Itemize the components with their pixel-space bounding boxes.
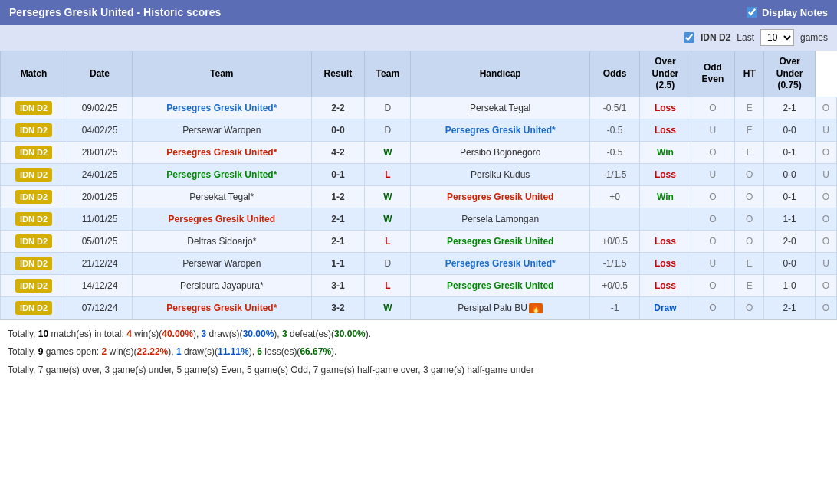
ou075-value: O xyxy=(822,147,829,158)
handicap-value: -0.5/1 xyxy=(603,103,627,113)
table-row: IDN D209/02/25Persegres Gresik United*2-… xyxy=(1,97,837,119)
league-badge: IDN D2 xyxy=(15,257,52,270)
cell-team2: Persegres Gresik United xyxy=(411,230,590,252)
team1-name: Persipura Jayapura* xyxy=(180,280,264,291)
cell-date: 20/01/25 xyxy=(67,185,133,208)
summary-section: Totally, 10 match(es) in total: 4 win(s)… xyxy=(0,319,837,387)
cell-result: 2-2 xyxy=(311,97,365,119)
col-team1: Team xyxy=(133,51,312,97)
odds-value: Loss xyxy=(655,258,676,269)
league-badge: IDN D2 xyxy=(15,301,52,315)
oe-value: E xyxy=(747,280,753,291)
cell-odds: Loss xyxy=(640,163,691,185)
cell-team1: Persegres Gresik United* xyxy=(133,97,312,119)
cell-ou075: O xyxy=(815,230,836,252)
outcome-badge: W xyxy=(383,147,392,158)
summary-open-losses: 6 xyxy=(257,346,262,357)
col-team2: Team xyxy=(365,51,411,97)
cell-match: IDN D2 xyxy=(1,208,67,230)
cell-oe: O xyxy=(735,296,764,319)
cell-oe: E xyxy=(735,97,764,119)
table-row: IDN D214/12/24Persipura Jayapura*3-1LPer… xyxy=(1,274,837,296)
handicap-value: -0.5 xyxy=(607,147,623,158)
cell-oe: O xyxy=(735,185,764,208)
cell-ou075: U xyxy=(815,163,836,185)
ou25-value: O xyxy=(709,147,716,158)
oe-value: E xyxy=(747,147,753,158)
oe-value: O xyxy=(746,303,753,313)
cell-outcome: D xyxy=(365,252,411,274)
cell-outcome: W xyxy=(365,296,411,319)
cell-result: 1-2 xyxy=(311,185,365,208)
ou25-value: U xyxy=(710,258,717,269)
cell-outcome: D xyxy=(365,119,411,141)
cell-ou25: O xyxy=(691,296,734,319)
cell-ou25: O xyxy=(691,141,734,163)
cell-handicap: -0.5/1 xyxy=(589,97,639,119)
league-label: IDN D2 xyxy=(701,32,730,43)
cell-ht: 2-1 xyxy=(764,296,816,319)
league-badge: IDN D2 xyxy=(15,101,52,115)
handicap-value: -1 xyxy=(611,303,619,313)
handicap-value: +0/0.5 xyxy=(602,280,628,291)
score: 2-1 xyxy=(331,236,344,247)
col-date: Date xyxy=(67,51,133,97)
cell-outcome: W xyxy=(365,141,411,163)
cell-result: 0-1 xyxy=(311,163,365,185)
cell-result: 0-0 xyxy=(311,119,365,141)
cell-ht: 0-0 xyxy=(764,163,816,185)
cell-ht: 0-0 xyxy=(764,252,816,274)
cell-date: 28/01/25 xyxy=(67,141,133,163)
outcome-badge: D xyxy=(385,125,392,136)
cell-oe: O xyxy=(735,163,764,185)
col-result: Result xyxy=(311,51,365,97)
ou25-value: O xyxy=(709,191,716,202)
cell-oe: E xyxy=(735,252,764,274)
cell-ht: 1-1 xyxy=(764,208,816,230)
odds-value: Draw xyxy=(654,303,676,313)
team1-name: Deltras Sidoarjo* xyxy=(187,236,256,247)
col-ou25: OverUnder(2.5) xyxy=(640,51,691,97)
oe-value: E xyxy=(747,103,753,113)
cell-handicap: +0/0.5 xyxy=(589,274,639,296)
league-badge: IDN D2 xyxy=(15,234,52,248)
ou25-value: U xyxy=(710,169,717,180)
ou25-value: O xyxy=(709,214,716,224)
handicap-value: -1/1.5 xyxy=(603,169,627,180)
team1-name: Persekat Tegal* xyxy=(189,191,254,202)
ou075-value: O xyxy=(822,280,829,291)
oe-value: O xyxy=(746,191,753,202)
oe-value: O xyxy=(746,214,753,224)
cell-ou25: U xyxy=(691,119,734,141)
cell-odds: Loss xyxy=(640,274,691,296)
team2-name: Persipal Palu BU xyxy=(458,303,527,313)
team2-name: Persegres Gresik United xyxy=(447,280,553,291)
league-badge: IDN D2 xyxy=(15,168,52,182)
cell-ou075: U xyxy=(815,252,836,274)
cell-ou075: O xyxy=(815,208,836,230)
outcome-badge: D xyxy=(385,103,392,113)
league-badge: IDN D2 xyxy=(15,123,52,137)
odds-value: Win xyxy=(657,191,674,202)
score: 3-2 xyxy=(331,303,344,313)
cell-odds: Draw xyxy=(640,296,691,319)
score: 1-1 xyxy=(331,258,344,269)
team2-name: Persibo Bojonegoro xyxy=(460,147,540,158)
display-notes-checkbox[interactable] xyxy=(747,7,757,18)
cell-team2: Persipal Palu BU🔥 xyxy=(411,296,590,319)
last-count-select[interactable]: 5 10 15 20 All xyxy=(760,29,794,46)
cell-team1: Persegres Gresik United* xyxy=(133,141,312,163)
team1-name: Persegres Gresik United xyxy=(169,214,275,224)
handicap-value: +0/0.5 xyxy=(602,236,628,247)
ou075-value: O xyxy=(822,103,829,113)
col-handicap: Handicap xyxy=(411,51,590,97)
team2-name: Persegres Gresik United xyxy=(447,191,553,202)
league-badge: IDN D2 xyxy=(15,146,52,159)
cell-match: IDN D2 xyxy=(1,296,67,319)
cell-ht: 0-0 xyxy=(764,119,816,141)
league-filter-checkbox[interactable] xyxy=(684,32,694,43)
summary-open-wins: 2 xyxy=(102,346,107,357)
oe-value: E xyxy=(747,125,753,136)
col-match: Match xyxy=(1,51,67,97)
cell-match: IDN D2 xyxy=(1,141,67,163)
